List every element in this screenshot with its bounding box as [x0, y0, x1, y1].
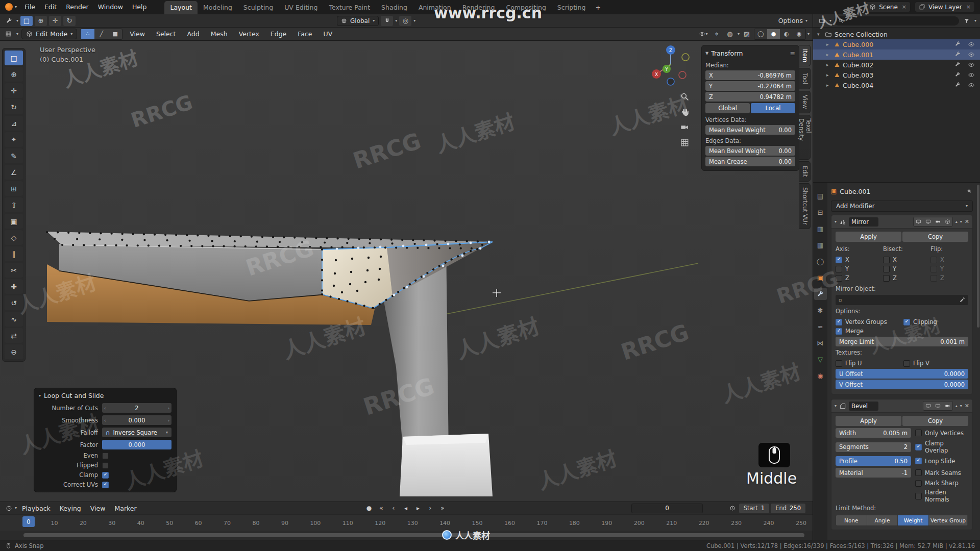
flip-z-checkbox[interactable]: Z: [930, 274, 968, 282]
expand-caret-icon[interactable]: ▸: [826, 62, 831, 67]
menu-file[interactable]: File: [20, 0, 40, 14]
display-cage-toggle[interactable]: [943, 217, 952, 226]
median-x-field[interactable]: X-0.86976 m: [705, 70, 795, 80]
menu-help[interactable]: Help: [128, 0, 152, 14]
display-render-toggle[interactable]: [943, 402, 952, 410]
tool-add-cube[interactable]: ⊞: [5, 181, 23, 196]
eyedropper-icon[interactable]: [959, 297, 965, 303]
bevel-material-field[interactable]: Material-1: [836, 468, 911, 478]
tool-transform[interactable]: ⌖: [5, 132, 23, 147]
menu-edit[interactable]: Edit: [40, 0, 61, 14]
axis-x-checkbox[interactable]: X: [836, 256, 880, 263]
bevel-segments-field[interactable]: Segments2: [836, 442, 911, 452]
search-input[interactable]: [846, 17, 955, 24]
playhead[interactable]: 0: [22, 516, 35, 527]
menu-view[interactable]: View: [126, 30, 149, 38]
only-vertices-checkbox[interactable]: Only Vertices: [915, 430, 968, 437]
play-button[interactable]: ▸: [412, 504, 424, 513]
timeline-ruler[interactable]: 0 10 20 30 40 50 60 70 80 90 100 110 120…: [0, 514, 813, 531]
tool-move[interactable]: ✛: [5, 83, 23, 98]
transform-orientation-dropdown[interactable]: Global ▾: [337, 16, 379, 26]
display-render-toggle[interactable]: [933, 217, 943, 226]
tab-shortcut-vur[interactable]: Shortcut VUr: [799, 183, 811, 229]
move-modifier-up[interactable]: ▴: [955, 404, 958, 408]
modifier-wrench-icon[interactable]: [954, 82, 961, 88]
bevel-copy-button[interactable]: Copy: [902, 416, 968, 426]
shading-material[interactable]: ◐: [780, 29, 793, 39]
pin-icon[interactable]: [966, 188, 973, 195]
workspace-tab-shading[interactable]: Shading: [376, 1, 413, 14]
workspace-tab-rendering[interactable]: Rendering: [457, 1, 501, 14]
falloff-dropdown[interactable]: ∩ Inverse Square ▾: [102, 428, 172, 437]
move-modifier-down[interactable]: ▾: [960, 404, 962, 408]
tool-poly-build[interactable]: ✚: [5, 279, 23, 294]
modifier-wrench-icon[interactable]: [954, 41, 961, 47]
tool-rotate-button[interactable]: ↻: [63, 16, 76, 26]
active-tool-select-box[interactable]: □: [20, 16, 33, 26]
limit-vertex-group-button[interactable]: Vertex Group: [929, 515, 968, 525]
tool-move-button[interactable]: ✛: [49, 16, 61, 26]
xray-toggle[interactable]: ▨: [741, 29, 752, 39]
prev-keyframe-button[interactable]: ‹: [388, 504, 399, 513]
tool-bevel[interactable]: ◇: [5, 230, 23, 245]
outliner-scene-collection[interactable]: ▾ Scene Collection: [813, 29, 980, 39]
local-button[interactable]: Local: [751, 103, 795, 113]
menu-add[interactable]: Add: [183, 30, 204, 38]
visibility-eye-icon[interactable]: [968, 41, 975, 48]
outliner-item-cube003[interactable]: ▸ Cube.003: [813, 70, 980, 80]
record-button[interactable]: ●: [363, 504, 375, 513]
median-z-field[interactable]: Z0.94782 m: [705, 92, 795, 102]
visibility-eye-icon[interactable]: [968, 51, 975, 58]
merge-limit-field[interactable]: Merge Limit0.001 m: [836, 337, 968, 346]
clipping-checkbox[interactable]: Clipping: [903, 318, 968, 325]
shading-rendered[interactable]: ◉: [793, 29, 805, 39]
u-offset-slider[interactable]: U Offset0.0000: [836, 369, 968, 379]
flip-u-checkbox[interactable]: Flip U: [836, 360, 900, 367]
display-edit-mode-toggle[interactable]: [914, 217, 923, 226]
expand-caret-icon[interactable]: ▸: [826, 83, 831, 88]
tab-view[interactable]: View: [799, 91, 811, 113]
display-realtime-toggle[interactable]: [923, 217, 933, 226]
edge-select-mode[interactable]: ╱: [94, 29, 108, 39]
tab-texel-density[interactable]: Texel Density: [799, 115, 811, 160]
even-checkbox[interactable]: [102, 453, 109, 459]
tab-render[interactable]: ▤: [814, 190, 827, 202]
number-of-cuts-field[interactable]: ‹2›: [102, 403, 172, 413]
editor-type-icon[interactable]: [4, 503, 14, 513]
bevel-profile-slider[interactable]: Profile0.50: [836, 456, 911, 466]
shading-solid[interactable]: ●: [767, 29, 780, 39]
unlink-view-layer-icon[interactable]: ×: [966, 4, 971, 10]
frame-start-field[interactable]: Start1: [739, 504, 769, 513]
expand-caret-icon[interactable]: ▸: [826, 72, 831, 78]
move-modifier-up[interactable]: ▴: [955, 220, 958, 224]
next-keyframe-button[interactable]: ›: [425, 504, 436, 513]
tab-world[interactable]: ◯: [814, 255, 827, 267]
modifier-wrench-icon[interactable]: [954, 71, 961, 78]
harden-normals-checkbox[interactable]: Harden Normals: [915, 489, 968, 503]
tab-tool[interactable]: Tool: [799, 68, 811, 89]
add-modifier-dropdown[interactable]: Add Modifier ▾: [831, 201, 973, 212]
tab-physics[interactable]: ≈: [814, 320, 827, 333]
median-y-field[interactable]: Y-0.27064 m: [705, 81, 795, 91]
tool-cursor-button[interactable]: ⊕: [35, 16, 47, 26]
tab-item[interactable]: Item: [799, 45, 811, 66]
tool-smooth[interactable]: ∿: [5, 312, 23, 327]
snap-options-caret[interactable]: ▾: [395, 19, 397, 23]
pan-hand-icon[interactable]: [680, 107, 690, 117]
editor-type-icon[interactable]: [817, 16, 827, 26]
blender-app-menu[interactable]: ▾: [0, 3, 20, 11]
add-workspace-button[interactable]: +: [591, 1, 604, 14]
menu-face[interactable]: Face: [293, 30, 316, 38]
tool-extrude-region[interactable]: ⇧: [5, 197, 23, 212]
tab-object[interactable]: ▣: [814, 271, 827, 284]
mark-seams-checkbox[interactable]: Mark Seams: [915, 469, 968, 477]
tool-shrink-fatten[interactable]: ⊖: [5, 344, 23, 359]
clamp-checkbox[interactable]: [102, 472, 109, 479]
current-frame-field[interactable]: 0: [631, 504, 703, 513]
mirror-apply-button[interactable]: Apply: [836, 232, 901, 242]
outliner-search[interactable]: [834, 16, 959, 26]
view-layer-selector[interactable]: View Layer ×: [915, 2, 975, 12]
timeline-scrollbar[interactable]: [0, 531, 813, 540]
outliner-item-cube000[interactable]: ▸ Cube.000: [813, 39, 980, 49]
object-visibility-dropdown[interactable]: ▾: [697, 29, 709, 39]
